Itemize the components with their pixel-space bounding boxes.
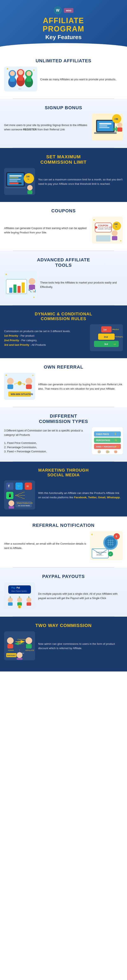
svg-text:via Social Media: via Social Media bbox=[18, 505, 30, 507]
svg-text:1st: 1st bbox=[103, 328, 107, 331]
svg-rect-89 bbox=[26, 385, 32, 389]
svg-point-11 bbox=[27, 71, 31, 76]
svg-text:+$$: +$$ bbox=[114, 118, 118, 120]
svg-text:CODE: AFF123: CODE: AFF123 bbox=[98, 228, 111, 230]
svg-rect-59 bbox=[9, 288, 13, 293]
svg-text:★: ★ bbox=[33, 296, 35, 298]
svg-text:FIXED PRICE: FIXED PRICE bbox=[96, 433, 109, 435]
svg-text:🐦: 🐦 bbox=[17, 484, 21, 488]
section-social-media: MARKETING THROUGHSOCIAL MEDIA f 🐦 ✉ 📱 bbox=[0, 461, 127, 517]
svg-rect-12 bbox=[27, 76, 31, 82]
section-title-two-way: TWO WAY COMMISSION bbox=[4, 623, 123, 628]
section-coupons: COUPONS Affiliates can generate Coupons … bbox=[0, 202, 127, 251]
svg-rect-147 bbox=[8, 602, 13, 606]
svg-rect-60 bbox=[13, 285, 17, 293]
svg-text:PERCENTAGE: PERCENTAGE bbox=[96, 439, 110, 442]
svg-point-53 bbox=[112, 230, 118, 236]
text-signup: Get more users to your site by providing… bbox=[4, 123, 89, 132]
svg-text:100: 100 bbox=[114, 223, 118, 225]
image-unlimited: ★ ★ • • • bbox=[4, 67, 37, 92]
image-commission-limit: 100 % bbox=[4, 168, 35, 196]
svg-text:%: % bbox=[114, 439, 117, 442]
section-content-tools: 🔧 📊 ★ ★ These tools help the Affiliates … bbox=[4, 271, 123, 299]
svg-text:2nd: 2nd bbox=[104, 336, 108, 338]
section-title-coupons: COUPONS bbox=[4, 208, 123, 213]
svg-text:5: 5 bbox=[116, 535, 117, 538]
svg-point-158 bbox=[7, 637, 14, 644]
section-paypal-payouts: PAYPAL PAYOUTS Pay Pal Mass Payout Syste… bbox=[0, 568, 127, 616]
svg-text:$: $ bbox=[28, 596, 30, 598]
svg-rect-111 bbox=[6, 482, 13, 490]
svg-text:f: f bbox=[8, 484, 10, 488]
svg-text:DISCOUNT: DISCOUNT bbox=[7, 654, 16, 656]
svg-text:1st: 1st bbox=[98, 451, 101, 453]
image-social: f 🐦 ✉ 📱 Share Product Link via S bbox=[4, 480, 35, 510]
wordpress-logo: W bbox=[53, 6, 62, 14]
text-social-media: With this functionality an Affiliate can… bbox=[38, 491, 123, 500]
svg-point-3 bbox=[10, 71, 15, 76]
svg-rect-33 bbox=[9, 179, 20, 180]
header: W woo AFFILIATEPROGRAM Key Features bbox=[0, 0, 127, 49]
svg-text:🔧: 🔧 bbox=[28, 289, 32, 293]
svg-text:Category: Category bbox=[116, 336, 123, 338]
image-notification: 5 Commission details... ✓ ★ bbox=[90, 531, 123, 561]
svg-rect-52 bbox=[96, 235, 110, 242]
image-referral: 🔗 WIN-WIN SITUATION ★ ★ bbox=[4, 373, 35, 401]
svg-text:Commission: Commission bbox=[17, 638, 28, 640]
svg-text:$: $ bbox=[114, 432, 116, 436]
svg-text:Pal: Pal bbox=[17, 586, 20, 589]
section-title-social: MARKETING THROUGHSOCIAL MEDIA bbox=[4, 468, 123, 477]
image-paypal: Pay Pal Mass Payout System $ $ $ 1 bbox=[4, 582, 35, 610]
svg-rect-61 bbox=[17, 286, 20, 293]
svg-text:★: ★ bbox=[32, 374, 34, 376]
svg-point-40 bbox=[27, 185, 33, 190]
section-content-signup: Get more users to your site by providing… bbox=[4, 114, 123, 141]
svg-rect-8 bbox=[18, 75, 23, 81]
svg-point-83 bbox=[7, 378, 14, 385]
image-coupons: COUPON CODE: AFF123 ✂ 100 % ★ ★ bbox=[92, 216, 123, 244]
svg-rect-21 bbox=[99, 126, 107, 126]
svg-text:FIXED + PERCENTAGE: FIXED + PERCENTAGE bbox=[96, 446, 116, 448]
text-rules: Commission on products can be set in 3 d… bbox=[4, 329, 87, 347]
image-rules: 1st 2nd 3rd Product Category All bbox=[90, 324, 123, 352]
section-title-signup: SIGNUP BONUS bbox=[4, 105, 123, 110]
svg-text:All: All bbox=[114, 343, 116, 345]
svg-rect-31 bbox=[9, 175, 22, 177]
section-referral-notification: REFERRAL NOTIFICATION After a successful… bbox=[0, 517, 127, 567]
svg-text:details...: details... bbox=[97, 554, 103, 556]
svg-text:✉: ✉ bbox=[27, 485, 29, 488]
svg-text:★: ★ bbox=[91, 533, 93, 536]
svg-rect-20 bbox=[99, 123, 111, 124]
header-logos: W woo bbox=[4, 6, 123, 14]
section-title-paypal: PAYPAL PAYOUTS bbox=[4, 574, 123, 579]
svg-text:★: ★ bbox=[5, 374, 8, 377]
header-title: AFFILIATEPROGRAM bbox=[4, 17, 123, 33]
svg-text:%: % bbox=[116, 226, 117, 228]
section-advanced-tools: ADVANCED AFFILIATETOOLS 🔧 📊 bbox=[0, 251, 127, 305]
image-two-way: ADMIN AFFILIATE Commission bbox=[4, 631, 35, 661]
section-commission-limit: SET MAXIMUMCOMMISSION LIMIT 100 % bbox=[0, 148, 127, 202]
svg-text:$: $ bbox=[19, 596, 20, 598]
section-title-rules: DYNAMIC & CONDITIONALCOMMISSION RULES bbox=[4, 312, 123, 321]
svg-text:★: ★ bbox=[5, 273, 8, 276]
header-wave bbox=[0, 43, 127, 49]
svg-rect-162 bbox=[26, 644, 32, 649]
svg-text:%: % bbox=[19, 642, 20, 644]
svg-rect-34 bbox=[9, 181, 17, 181]
svg-text:%: % bbox=[27, 178, 29, 180]
section-content-referral: 🔗 WIN-WIN SITUATION ★ ★ Affiliate can ge… bbox=[4, 373, 123, 401]
section-title-notification: REFERRAL NOTIFICATION bbox=[4, 523, 123, 528]
image-signup: +$$ bbox=[92, 114, 123, 141]
section-content-types: 3 Different types of Commission can be s… bbox=[4, 427, 123, 455]
svg-text:★: ★ bbox=[93, 218, 95, 221]
svg-text:📊: 📊 bbox=[33, 289, 36, 293]
svg-text:Share Product Link: Share Product Link bbox=[17, 502, 33, 504]
svg-point-25 bbox=[117, 123, 122, 127]
section-content-paypal: Pay Pal Mass Payout System $ $ $ 1 Do m bbox=[4, 582, 123, 610]
svg-rect-54 bbox=[112, 236, 117, 240]
svg-text:WIN-WIN SITUATION: WIN-WIN SITUATION bbox=[11, 393, 33, 395]
svg-text:AFFILIATE: AFFILIATE bbox=[25, 649, 34, 651]
section-content-commission-limit: 100 % You can set a maximum commission l… bbox=[4, 168, 123, 196]
svg-text:100: 100 bbox=[26, 175, 30, 178]
section-title-tools: ADVANCED AFFILIATETOOLS bbox=[4, 257, 123, 268]
